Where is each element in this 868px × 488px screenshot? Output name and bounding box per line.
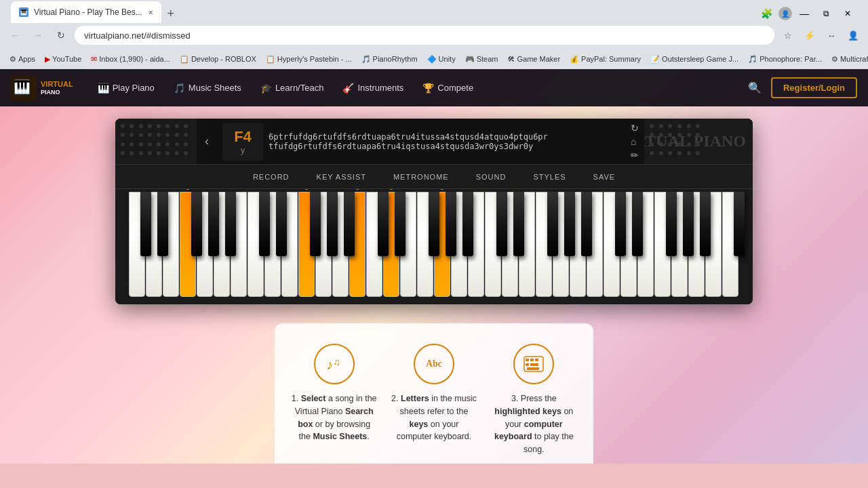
step-1-text: 1. Select a song in the Virtual Piano Se… bbox=[291, 392, 377, 443]
nav-instruments[interactable]: 🎸 Instruments bbox=[334, 79, 412, 98]
bookmark-outersleep[interactable]: 📝 Outstersleep Game J... bbox=[646, 54, 743, 65]
bookmark-inbox[interactable]: ✉ Inbox (1,990) - aida... bbox=[87, 54, 174, 65]
metronome-button[interactable]: METRONOME bbox=[393, 173, 449, 181]
nav-learn-teach[interactable]: 🎓 Learn/Teach bbox=[252, 79, 332, 98]
black-key[interactable] bbox=[225, 192, 236, 256]
black-key[interactable] bbox=[462, 192, 473, 256]
extension-icon[interactable]: ⚡ bbox=[800, 26, 819, 45]
black-key[interactable] bbox=[734, 192, 745, 256]
bookmark-phonophore[interactable]: 🎵 Phonophore: Par... bbox=[744, 54, 826, 65]
nav-music-sheets-label: Music Sheets bbox=[189, 83, 241, 93]
forward-button[interactable]: → bbox=[28, 26, 47, 45]
address-input[interactable] bbox=[75, 26, 774, 45]
black-key[interactable] bbox=[683, 192, 694, 256]
play-piano-icon: 🎹 bbox=[98, 83, 109, 94]
bookmark-label: Multicraft - View Se... bbox=[840, 55, 868, 63]
info-section: ♪ ♫ 1. Select a song in the Virtual Pian… bbox=[0, 310, 868, 464]
site-logo[interactable]: 🎹 VIRTUAL PIANO bbox=[11, 75, 73, 101]
black-key[interactable] bbox=[547, 192, 558, 256]
profile-avatar[interactable]: 👤 bbox=[778, 7, 792, 20]
black-key[interactable] bbox=[140, 192, 151, 256]
minimize-button[interactable]: — bbox=[795, 7, 814, 20]
refresh-button[interactable]: ↻ bbox=[52, 26, 71, 45]
song-text-area: 6ptrfufdg6rtufdfs6rdtuapa6tru4itussa4stq… bbox=[269, 129, 625, 154]
bookmark-label: Apps bbox=[18, 55, 35, 63]
black-key[interactable] bbox=[429, 192, 439, 256]
black-key[interactable] bbox=[344, 192, 355, 256]
sound-button[interactable]: SOUND bbox=[476, 173, 507, 181]
nav-instruments-label: Instruments bbox=[357, 83, 403, 93]
black-key[interactable] bbox=[276, 192, 287, 256]
speaker-right: VIRTUAL PIANO bbox=[644, 119, 753, 164]
nav-learn-teach-label: Learn/Teach bbox=[275, 83, 324, 93]
key-assist-button[interactable]: KEY ASSIST bbox=[317, 173, 366, 181]
black-key[interactable] bbox=[327, 192, 338, 256]
speaker-dot bbox=[121, 124, 125, 128]
search-button[interactable]: 🔍 bbox=[744, 77, 766, 98]
black-key[interactable] bbox=[395, 192, 406, 256]
youtube-icon: ▶ bbox=[45, 55, 50, 64]
gamemaker-icon: 🛠 bbox=[507, 55, 515, 63]
black-key[interactable] bbox=[259, 192, 270, 256]
nav-compete[interactable]: 🏆 Compete bbox=[414, 79, 481, 98]
styles-button[interactable]: STYLES bbox=[533, 173, 566, 181]
tab-close-button[interactable]: ✕ bbox=[148, 9, 153, 16]
bookmark-roblox[interactable]: 📋 Develop - ROBLOX bbox=[176, 54, 260, 65]
info-step-2: Abc 2. Letters in the music sheets refer… bbox=[391, 344, 477, 456]
black-key[interactable] bbox=[615, 192, 626, 256]
black-key[interactable] bbox=[310, 192, 321, 256]
piano-container: ‹ F4 y 6ptrfufdg6rtufdfs6rdtuapa6tru4itu… bbox=[115, 119, 753, 304]
black-key[interactable] bbox=[666, 192, 677, 256]
logo-text: VIRTUAL PIANO bbox=[41, 80, 73, 96]
bookmark-star-icon[interactable]: ☆ bbox=[778, 26, 797, 45]
svg-text:🎹: 🎹 bbox=[14, 79, 31, 95]
home-icon[interactable]: ⌂ bbox=[631, 136, 639, 147]
song-controls: ↻ ⌂ ✏ bbox=[625, 120, 644, 163]
black-key[interactable] bbox=[191, 192, 202, 256]
bookmark-steam[interactable]: 🎮 Steam bbox=[461, 54, 502, 65]
black-key[interactable] bbox=[496, 192, 507, 256]
black-key[interactable] bbox=[378, 192, 389, 256]
new-tab-button[interactable]: + bbox=[161, 4, 180, 23]
apps-icon: ⚙ bbox=[9, 55, 16, 64]
bookmark-paypal[interactable]: 💰 PayPal: Summary bbox=[566, 54, 645, 65]
black-key[interactable] bbox=[157, 192, 168, 256]
bookmark-label: Game Maker bbox=[517, 55, 560, 63]
black-key[interactable] bbox=[513, 192, 524, 256]
extensions-icon[interactable]: 🧩 bbox=[757, 7, 776, 20]
step-1-icon: ♪ ♫ bbox=[314, 344, 355, 384]
bookmark-gamemaker[interactable]: 🛠 Game Maker bbox=[503, 54, 564, 64]
pastebin-icon: 📋 bbox=[266, 55, 275, 64]
record-button[interactable]: RECORD bbox=[253, 173, 290, 181]
previous-song-button[interactable]: ‹ bbox=[197, 134, 217, 148]
user-profile-icon[interactable]: 👤 bbox=[844, 26, 863, 45]
info-step-3: 3. Press the highlighted keys on your co… bbox=[491, 344, 577, 456]
nav-play-piano[interactable]: 🎹 Play Piano bbox=[90, 79, 163, 98]
black-key[interactable] bbox=[446, 192, 456, 256]
bookmark-apps[interactable]: ⚙ Apps bbox=[5, 54, 39, 65]
black-key[interactable] bbox=[632, 192, 643, 256]
back-button[interactable]: ← bbox=[5, 26, 24, 45]
black-key[interactable] bbox=[208, 192, 219, 256]
edit-icon[interactable]: ✏ bbox=[631, 150, 639, 161]
bookmark-youtube[interactable]: ▶ YouTube bbox=[41, 54, 85, 65]
browser-tab[interactable]: 🎹 Virtual Piano - Play The Bes... ✕ bbox=[11, 1, 161, 23]
bookmark-label: PianoRhythm bbox=[373, 55, 418, 63]
reload-icon[interactable]: ↻ bbox=[631, 123, 639, 134]
close-button[interactable]: ✕ bbox=[838, 7, 857, 20]
bookmark-pianoryhtm[interactable]: 🎵 PianoRhythm bbox=[357, 54, 422, 65]
black-key[interactable] bbox=[700, 192, 711, 256]
nav-play-piano-label: Play Piano bbox=[113, 83, 155, 93]
black-key[interactable] bbox=[564, 192, 575, 256]
sync-icon[interactable]: ↔ bbox=[822, 26, 841, 45]
bookmark-unity[interactable]: 🔷 Unity bbox=[423, 54, 460, 65]
save-button[interactable]: SAVE bbox=[593, 173, 616, 181]
bookmark-pastebin[interactable]: 📋 Hyperly's Pastebin - ... bbox=[262, 54, 356, 65]
black-key[interactable] bbox=[581, 192, 592, 256]
nav-music-sheets[interactable]: 🎵 Music Sheets bbox=[165, 79, 250, 98]
register-login-button[interactable]: Register/Login bbox=[771, 77, 857, 98]
bookmark-label: Develop - ROBLOX bbox=[191, 55, 256, 63]
bookmark-multicraft[interactable]: ⚙ Multicraft - View Se... bbox=[827, 54, 868, 65]
key-highlight-dot bbox=[389, 189, 393, 190]
restore-button[interactable]: ⧉ bbox=[816, 7, 835, 20]
